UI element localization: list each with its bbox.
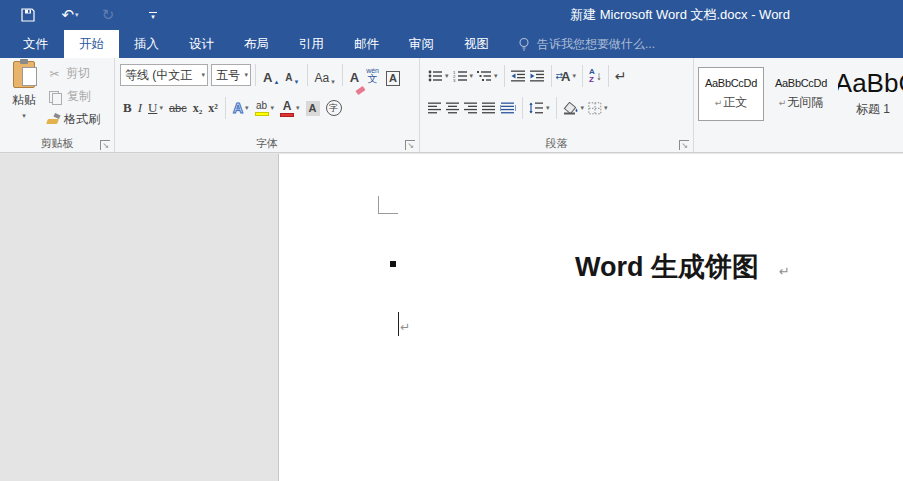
save-icon[interactable]: [18, 8, 38, 22]
clipboard-dialog-launcher[interactable]: ↘: [100, 140, 110, 150]
group-styles: AaBbCcDd ↵正文 AaBbCcDd ↵无间隔 AaBbC 标题 1: [694, 58, 903, 152]
font-dialog-launcher[interactable]: ↘: [405, 140, 415, 150]
phonetic-guide-button[interactable]: wén 文: [366, 67, 379, 84]
style-no-spacing[interactable]: AaBbCcDd ↵无间隔: [768, 67, 834, 121]
increase-indent-button[interactable]: [528, 64, 547, 88]
line-spacing-button[interactable]: ▾: [527, 96, 552, 120]
style-sample: AaBbCcDd: [705, 77, 757, 89]
enclose-characters-button[interactable]: 字: [323, 96, 345, 120]
subscript-button[interactable]: x₂: [190, 96, 206, 120]
character-border-button[interactable]: A: [383, 64, 403, 86]
line-spacing-icon: [529, 102, 544, 114]
document-page[interactable]: [278, 154, 903, 481]
paste-button[interactable]: 粘贴 ▾: [4, 61, 44, 133]
copy-icon: [49, 91, 60, 103]
style-heading1[interactable]: AaBbC 标题 1: [838, 67, 903, 121]
pilcrow-icon: ↵: [779, 98, 787, 108]
svg-text:3: 3: [453, 78, 456, 82]
style-normal[interactable]: AaBbCcDd ↵正文: [698, 67, 764, 121]
tab-home[interactable]: 开始: [64, 30, 119, 58]
tab-view[interactable]: 视图: [449, 30, 504, 58]
font-name-combobox[interactable]: 等线 (中文正 ▾: [120, 64, 208, 86]
document-area: Word 生成饼图 ↵ ↵: [0, 154, 903, 481]
ribbon-tab-bar: 文件 开始 插入 设计 布局 引用 邮件 审阅 视图 告诉我您想要做什么...: [0, 30, 903, 58]
bold-button[interactable]: B: [120, 96, 135, 120]
italic-button[interactable]: I: [135, 96, 145, 120]
undo-icon: ↶: [61, 6, 74, 24]
numbered-list-icon: 123: [453, 70, 468, 82]
cut-button: ✂ 剪切: [46, 62, 100, 85]
paragraph-dialog-launcher[interactable]: ↘: [679, 140, 689, 150]
borders-button[interactable]: ▾: [586, 96, 610, 120]
align-right-button[interactable]: [462, 96, 480, 120]
pilcrow-icon: ↵: [400, 320, 410, 334]
sort-arrow-icon: ↓: [596, 69, 602, 83]
decrease-indent-icon: [511, 70, 526, 82]
align-center-button[interactable]: [444, 96, 462, 120]
quick-access-toolbar: ↶ ▾ ↻ ▾: [0, 0, 160, 30]
tab-file[interactable]: 文件: [7, 30, 64, 58]
tab-mailings[interactable]: 邮件: [339, 30, 394, 58]
align-center-icon: [446, 102, 460, 114]
multilevel-list-icon: [477, 70, 492, 82]
align-left-button[interactable]: [426, 96, 444, 120]
tab-design[interactable]: 设计: [174, 30, 229, 58]
tab-layout[interactable]: 布局: [229, 30, 284, 58]
chevron-down-icon[interactable]: ▾: [201, 71, 205, 79]
format-painter-icon: [46, 113, 60, 126]
underline-button[interactable]: U▾: [145, 96, 166, 120]
undo-dropdown-icon[interactable]: ▾: [75, 11, 79, 19]
outline-anchor-square: [390, 261, 396, 267]
pilcrow-icon: ↵: [715, 98, 723, 108]
numbering-button[interactable]: 123 ▾: [451, 64, 476, 88]
chevron-down-icon: ▾: [151, 15, 155, 19]
font-color-button[interactable]: A ▾: [277, 96, 303, 120]
tab-insert[interactable]: 插入: [119, 30, 174, 58]
increase-indent-icon: [530, 70, 545, 82]
window-title: 新建 Microsoft Word 文档.docx - Word: [500, 0, 860, 30]
tell-me-placeholder[interactable]: 告诉我您想要做什么...: [537, 36, 655, 53]
show-hide-marks-button[interactable]: ↵: [613, 64, 629, 88]
cut-label: 剪切: [66, 65, 90, 82]
multilevel-list-button[interactable]: ▾: [475, 64, 500, 88]
highlight-color-bar: [255, 112, 269, 116]
clipboard-group-label: 剪贴板: [0, 136, 114, 151]
text-highlight-button[interactable]: ab ▾: [252, 96, 278, 120]
copy-label: 复制: [67, 88, 91, 105]
format-painter-label: 格式刷: [64, 111, 100, 128]
align-left-icon: [428, 102, 442, 114]
distribute-button[interactable]: [498, 96, 518, 120]
sort-button[interactable]: AZ ↓: [587, 64, 604, 88]
align-right-icon: [464, 102, 478, 114]
shading-button[interactable]: ▾: [561, 96, 587, 120]
shading-bucket-icon: [563, 102, 579, 115]
bullet-list-icon: [428, 70, 443, 82]
customize-qat-button[interactable]: ▾: [146, 12, 160, 19]
undo-button[interactable]: ↶ ▾: [60, 6, 80, 24]
tab-references[interactable]: 引用: [284, 30, 339, 58]
tab-review[interactable]: 审阅: [394, 30, 449, 58]
grow-font-button[interactable]: A▲: [260, 64, 282, 86]
chevron-down-icon[interactable]: ▾: [244, 71, 248, 79]
font-size-combobox[interactable]: 五号 ▾: [211, 64, 251, 86]
strikethrough-button[interactable]: abc: [166, 96, 190, 120]
document-heading[interactable]: Word 生成饼图: [575, 249, 759, 285]
pilcrow-icon: ↵: [779, 264, 790, 279]
paragraph-group-label: 段落: [420, 136, 693, 151]
superscript-button[interactable]: x²: [205, 96, 221, 120]
tell-me-box[interactable]: 告诉我您想要做什么...: [518, 30, 655, 58]
character-shading-button[interactable]: A: [303, 96, 323, 120]
change-case-button[interactable]: Aa▾: [312, 64, 338, 86]
text-effects-button[interactable]: A▾: [230, 96, 252, 120]
scissors-icon: ✂: [46, 67, 63, 81]
shrink-font-button[interactable]: A▼: [282, 64, 302, 86]
decrease-indent-button[interactable]: [509, 64, 528, 88]
clear-formatting-button[interactable]: A: [347, 64, 362, 86]
bullets-button[interactable]: ▾: [426, 64, 451, 88]
format-painter-button[interactable]: 格式刷: [46, 108, 100, 131]
justify-button[interactable]: [480, 96, 498, 120]
margin-corner-mark: [378, 196, 398, 214]
style-name: ↵正文: [715, 94, 748, 111]
paste-dropdown-icon[interactable]: ▾: [22, 112, 26, 120]
asian-layout-button[interactable]: ⇄ A ▾: [556, 64, 578, 88]
